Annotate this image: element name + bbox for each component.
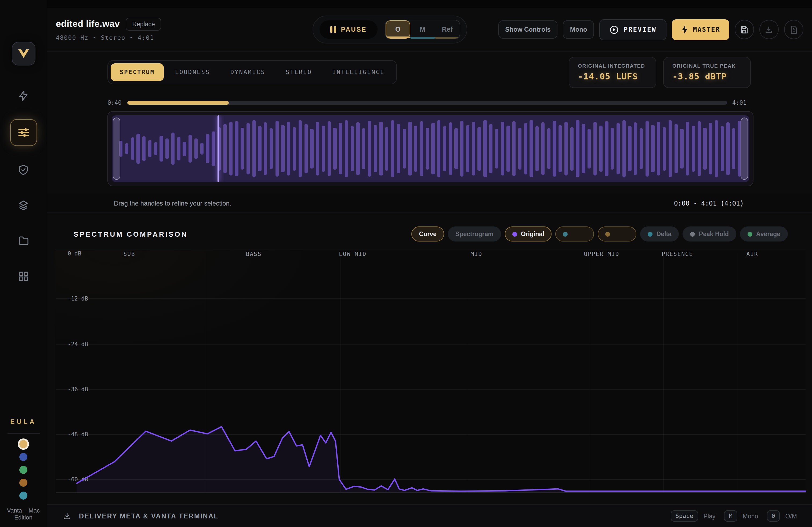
layer-average[interactable]: Average <box>740 226 788 241</box>
playhead[interactable] <box>218 115 219 182</box>
sidebar: EULA Vanta – Mac Edition <box>0 0 47 527</box>
mono-button[interactable]: Mono <box>563 20 594 39</box>
tab-dynamics[interactable]: DYNAMICS <box>221 63 274 81</box>
seek-track[interactable] <box>127 101 727 105</box>
layer-slot-2[interactable] <box>598 226 637 241</box>
mode-spectrogram[interactable]: Spectrogram <box>448 226 501 241</box>
layer-delta[interactable]: Delta <box>640 226 679 241</box>
tab-stereo[interactable]: STEREO <box>277 63 321 81</box>
kbd-0: 0 <box>767 510 780 522</box>
channel-segment-m[interactable]: M <box>410 20 435 39</box>
show-controls-button[interactable]: Show Controls <box>498 20 557 39</box>
mode-curve[interactable]: Curve <box>412 226 444 241</box>
selection-range: 0:00 - 4:01 (4:01) <box>674 200 744 207</box>
channel-segment-ref[interactable]: Ref <box>435 20 460 39</box>
seek-progress <box>127 101 229 105</box>
spectrum-chart-panel: 0 dB-12 dB-24 dB-36 dB-48 dB-60 dBSUBBAS… <box>55 250 806 494</box>
selection-handle-left[interactable] <box>113 118 120 180</box>
bottom-bar: DELIVERY META & VANTA TERMINAL SpacePlay… <box>47 505 812 527</box>
save-icon <box>740 25 749 34</box>
theme-swatch[interactable] <box>19 466 27 473</box>
file-info: edited life.wav Replace 48000 Hz • Stere… <box>56 18 281 41</box>
theme-swatch[interactable] <box>19 453 27 461</box>
metric-label: ORIGINAL INTEGRATED <box>578 62 647 69</box>
theme-swatch[interactable] <box>19 479 27 486</box>
sidebar-item-folder[interactable] <box>12 229 35 252</box>
sidebar-item-bolt[interactable] <box>12 84 35 107</box>
layer-slot-1[interactable] <box>555 226 594 241</box>
replace-button[interactable]: Replace <box>126 18 161 31</box>
tab-loudness[interactable]: LOUDNESS <box>166 63 219 81</box>
spectrum-header: SPECTRUM COMPARISON CurveSpectrogramOrig… <box>74 225 788 243</box>
analysis-tabs: SPECTRUMLOUDNESSDYNAMICSSTEREOINTELLIGEN… <box>107 60 397 84</box>
pause-button[interactable]: PAUSE <box>320 20 378 39</box>
sidebar-item-layers[interactable] <box>12 193 35 217</box>
eula-link[interactable]: EULA <box>10 418 36 425</box>
layers-icon <box>18 199 29 211</box>
spectrum-title: SPECTRUM COMPARISON <box>74 230 188 238</box>
sidebar-item-shield-check[interactable] <box>12 158 35 181</box>
sidebar-item-eq-sliders[interactable] <box>10 119 37 146</box>
download-button[interactable] <box>759 20 779 39</box>
download-icon <box>765 25 773 34</box>
spectrum-chart[interactable]: 0 dB-12 dB-24 dB-36 dB-48 dB-60 dBSUBBAS… <box>56 253 806 493</box>
sidebar-item-grid[interactable] <box>12 264 35 288</box>
file-text-icon <box>789 25 798 34</box>
sidebar-divider <box>7 433 40 433</box>
legend-dot <box>563 231 568 236</box>
selection-handle-right[interactable] <box>741 118 748 180</box>
sidebar-nav <box>10 84 37 288</box>
save-button[interactable] <box>735 20 754 39</box>
tab-intelligence[interactable]: INTELLIGENCE <box>323 63 394 81</box>
main-area: edited life.wav Replace 48000 Hz • Stere… <box>47 8 812 527</box>
legend-dot <box>748 231 752 236</box>
file-meta: 48000 Hz • Stereo • 4:01 <box>56 34 281 41</box>
sidebar-bottom: EULA Vanta – Mac Edition <box>0 418 47 527</box>
legend-dot <box>690 231 695 236</box>
theme-swatch[interactable] <box>19 440 27 448</box>
layer-peak-hold[interactable]: Peak Hold <box>683 226 736 241</box>
segment-underline <box>435 37 460 39</box>
layer-original[interactable]: Original <box>505 226 552 241</box>
channel-segment-o[interactable]: O <box>386 20 410 39</box>
vanta-logo[interactable] <box>12 42 35 65</box>
keyboard-shortcuts: SpacePlayMMono0O/M <box>670 510 800 522</box>
play-circle-icon <box>610 25 619 34</box>
kbd-action-label: O/M <box>785 513 797 519</box>
metric-cards: ORIGINAL INTEGRATED -14.05 LUFS ORIGINAL… <box>569 57 751 88</box>
kbd-m: M <box>724 510 737 522</box>
pause-icon <box>330 26 336 33</box>
tabs-row: SPECTRUMLOUDNESSDYNAMICSSTEREOINTELLIGEN… <box>47 51 812 93</box>
report-button[interactable] <box>784 20 803 39</box>
bolt-icon <box>18 90 29 101</box>
metric-value: -3.85 dBTP <box>672 71 742 81</box>
legend-dot <box>606 231 610 236</box>
topbar: edited life.wav Replace 48000 Hz • Stere… <box>47 8 812 51</box>
v-chevron-icon <box>16 47 31 61</box>
channel-toggle: OMRef <box>385 20 460 39</box>
theme-swatch[interactable] <box>19 491 27 499</box>
master-button[interactable]: MASTER <box>672 19 729 40</box>
kbd-action-label: Mono <box>743 513 758 519</box>
waveform-selection[interactable] <box>112 115 749 182</box>
selection-info-row: Drag the handles to refine your selectio… <box>47 194 812 213</box>
segment-underline <box>410 37 435 39</box>
time-current: 0:40 <box>107 99 122 106</box>
shield-check-icon <box>18 164 29 175</box>
timeline-row: 0:40 4:01 <box>107 99 746 106</box>
folder-icon <box>17 235 29 246</box>
tab-spectrum[interactable]: SPECTRUM <box>111 63 164 81</box>
grid-icon <box>18 270 29 282</box>
eq-sliders-icon <box>17 126 30 139</box>
legend-dot <box>648 231 653 236</box>
spectrum-controls: CurveSpectrogramOriginalDeltaPeak HoldAv… <box>412 226 788 241</box>
topbar-actions: Show Controls Mono PREVIEW MASTER <box>498 19 803 40</box>
edition-label: Vanta – Mac Edition <box>7 507 40 522</box>
transport-cluster: PAUSE OMRef <box>313 16 467 44</box>
segment-underline <box>386 36 410 38</box>
vanta-mastering-app: EULA Vanta – Mac Edition edited life.wav… <box>0 0 812 527</box>
metric-original-integrated: ORIGINAL INTEGRATED -14.05 LUFS <box>569 57 656 88</box>
delivery-terminal-toggle[interactable]: DELIVERY META & VANTA TERMINAL <box>63 512 219 520</box>
selection-hint: Drag the handles to refine your selectio… <box>114 200 231 207</box>
preview-button[interactable]: PREVIEW <box>599 19 667 40</box>
